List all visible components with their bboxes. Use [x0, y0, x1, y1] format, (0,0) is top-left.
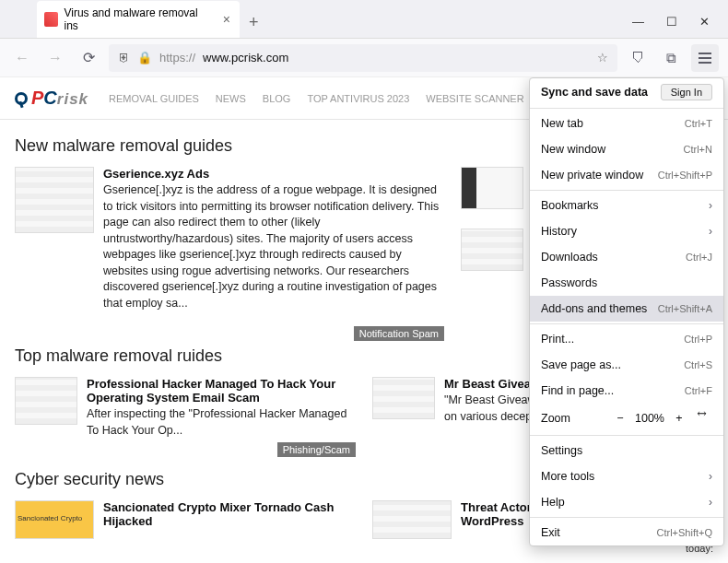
menu-label: Sync and save data: [541, 86, 648, 99]
menu-label: Add-ons and themes: [541, 302, 647, 315]
article-thumb: [15, 377, 77, 425]
zoom-in-button[interactable]: +: [670, 409, 688, 428]
menu-label: Help: [541, 496, 565, 509]
sign-in-button[interactable]: Sign In: [661, 84, 712, 100]
menu-print[interactable]: Print...Ctrl+P: [530, 326, 723, 352]
menu-new-window[interactable]: New windowCtrl+N: [530, 136, 723, 162]
menu-downloads[interactable]: DownloadsCtrl+J: [530, 244, 723, 270]
menu-sync[interactable]: Sync and save data Sign In: [530, 78, 723, 106]
article-title: Sancionated Crypto Mixer Tornado Cash Hi…: [103, 500, 356, 537]
menu-shortcut: Ctrl+J: [686, 252, 712, 263]
menu-shortcut: Ctrl+Shift+A: [658, 303, 712, 314]
article-thumb: Threat Actors Active: [372, 500, 452, 539]
menu-shortcut: Ctrl+Shift+Q: [656, 527, 712, 538]
menu-bookmarks[interactable]: Bookmarks›: [530, 193, 723, 218]
minimize-button[interactable]: —: [632, 15, 644, 29]
menu-addons[interactable]: Add-ons and themesCtrl+Shift+A: [530, 296, 723, 322]
chevron-right-icon: ›: [709, 199, 712, 212]
nav-item[interactable]: TOP ANTIVIRUS 2023: [307, 93, 409, 104]
window-titlebar: Virus and malware removal ins × + — ☐ ✕: [0, 0, 728, 39]
tracking-icon[interactable]: ⛉: [625, 45, 651, 71]
reload-button[interactable]: ⟳: [76, 45, 101, 71]
menu-help[interactable]: Help›: [530, 489, 723, 515]
article-thumb: Sancionated Crypto: [15, 500, 94, 539]
menu-settings[interactable]: Settings: [530, 438, 723, 463]
menu-label: Downloads: [541, 251, 598, 264]
article-text: Gserience[.]xyz is the address of a rogu…: [103, 182, 444, 311]
browser-tab[interactable]: Virus and malware removal ins ×: [37, 1, 240, 38]
menu-label: Exit: [541, 526, 560, 539]
menu-label: Save page as...: [541, 358, 621, 371]
menu-label: More tools: [541, 470, 594, 483]
menu-exit[interactable]: ExitCtrl+Shift+Q: [530, 520, 723, 545]
menu-shortcut: Ctrl+P: [684, 334, 712, 345]
close-icon[interactable]: ×: [223, 13, 230, 26]
nav-item[interactable]: REMOVAL GUIDES: [109, 93, 199, 104]
menu-label: New tab: [541, 117, 583, 130]
url-host: www.pcrisk.com: [203, 51, 288, 65]
chevron-right-icon: ›: [709, 225, 712, 238]
menu-label: Bookmarks: [541, 199, 599, 212]
shield-icon: ⛨: [118, 51, 130, 65]
menu-find[interactable]: Find in page...Ctrl+F: [530, 378, 723, 404]
article[interactable]: Gserience.xyz Ads Gserience[.]xyz is the…: [15, 167, 444, 311]
nav-item[interactable]: WEBSITE SCANNER: [426, 93, 523, 104]
nav-item[interactable]: NEWS: [216, 93, 246, 104]
star-icon[interactable]: ☆: [597, 51, 608, 65]
menu-shortcut: Ctrl+F: [685, 385, 712, 396]
menu-label: Print...: [541, 333, 574, 346]
menu-new-private-window[interactable]: New private windowCtrl+Shift+P: [530, 162, 723, 188]
app-menu-button[interactable]: [691, 44, 719, 72]
article-thumb: [15, 167, 94, 233]
article-text: After inspecting the "Professional Hacke…: [87, 406, 356, 439]
menu-save-page[interactable]: Save page as...Ctrl+S: [530, 352, 723, 378]
article-title: Gserience.xyz Ads: [103, 167, 444, 181]
article[interactable]: Sancionated Crypto Sancionated Crypto Mi…: [15, 500, 356, 539]
forward-button[interactable]: →: [42, 45, 68, 71]
new-tab-button[interactable]: +: [249, 13, 259, 32]
magnifier-icon: [15, 92, 28, 105]
menu-label: Settings: [541, 444, 582, 457]
menu-shortcut: Ctrl+N: [684, 144, 712, 155]
chevron-right-icon: ›: [709, 470, 712, 483]
menu-label: New window: [541, 143, 605, 156]
article-thumb: [461, 167, 523, 209]
article-thumb: [461, 229, 523, 271]
maximize-button[interactable]: ☐: [666, 15, 677, 29]
zoom-out-button[interactable]: −: [611, 409, 629, 428]
zoom-value: 100%: [635, 412, 664, 425]
url-input[interactable]: ⛨ 🔒 https://www.pcrisk.com ☆: [109, 44, 617, 72]
menu-label: History: [541, 225, 577, 238]
tab-favicon: [44, 12, 58, 27]
menu-passwords[interactable]: Passwords: [530, 270, 723, 296]
url-protocol: https://: [159, 51, 195, 65]
menu-zoom: Zoom − 100% + ⤢: [530, 404, 723, 433]
menu-label: Find in page...: [541, 384, 614, 397]
menu-label: Passwords: [541, 276, 597, 289]
category-tag[interactable]: Phishing/Scam: [277, 442, 356, 457]
menu-more-tools[interactable]: More tools›: [530, 463, 723, 489]
fullscreen-button[interactable]: ⤢: [690, 405, 716, 431]
tab-title: Virus and malware removal ins: [64, 6, 209, 32]
menu-label: Zoom: [541, 412, 570, 425]
app-menu-panel: Sync and save data Sign In New tabCtrl+T…: [529, 77, 724, 546]
menu-label: New private window: [541, 169, 643, 182]
menu-new-tab[interactable]: New tabCtrl+T: [530, 111, 723, 136]
category-tag[interactable]: Notification Spam: [354, 326, 444, 341]
address-bar: ← → ⟳ ⛨ 🔒 https://www.pcrisk.com ☆ ⛉ ⧉: [0, 39, 728, 77]
back-button[interactable]: ←: [9, 45, 35, 71]
menu-shortcut: Ctrl+T: [685, 118, 712, 129]
close-window-button[interactable]: ✕: [699, 15, 710, 29]
menu-shortcut: Ctrl+Shift+P: [658, 170, 712, 181]
site-nav: REMOVAL GUIDES NEWS BLOG TOP ANTIVIRUS 2…: [109, 93, 524, 104]
article-title: Professional Hacker Managed To Hack Your…: [87, 377, 356, 405]
site-logo[interactable]: PCrisk: [15, 88, 88, 109]
nav-item[interactable]: BLOG: [263, 93, 291, 104]
lock-icon: 🔒: [137, 51, 152, 65]
article-thumb: [372, 377, 435, 419]
article[interactable]: Professional Hacker Managed To Hack Your…: [15, 377, 356, 457]
chevron-right-icon: ›: [709, 496, 712, 509]
extensions-icon[interactable]: ⧉: [658, 45, 684, 71]
menu-history[interactable]: History›: [530, 218, 723, 244]
menu-shortcut: Ctrl+S: [684, 359, 712, 370]
